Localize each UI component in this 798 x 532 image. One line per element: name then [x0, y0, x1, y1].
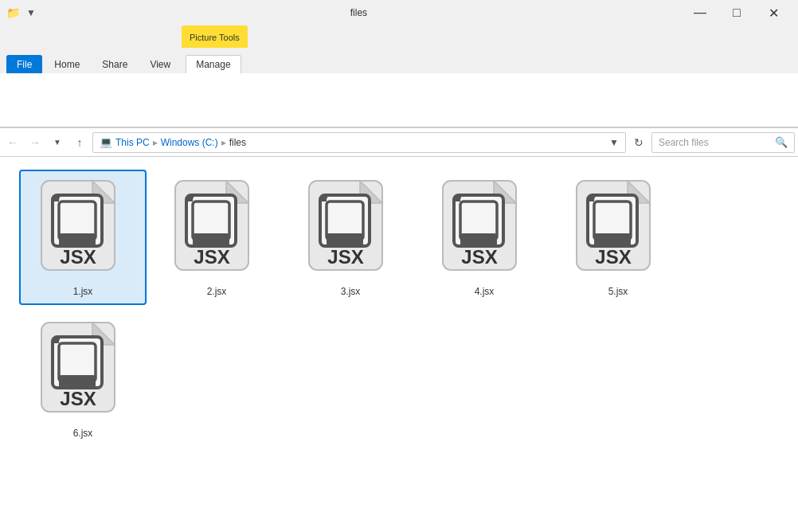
jsx-icon: JSX	[35, 319, 131, 423]
file-label: 5.jsx	[608, 286, 628, 297]
nav-bar: ← → ▼ ↑ 💻 This PC ▸ Windows (C:) ▸ files…	[0, 128, 798, 157]
forward-button[interactable]: →	[25, 133, 45, 152]
quick-access-save: ▼	[26, 7, 36, 18]
svg-rect-13	[327, 233, 363, 246]
search-icon: 🔍	[775, 136, 788, 148]
tab-manage[interactable]: Manage	[186, 55, 241, 73]
recent-locations-button[interactable]: ▼	[48, 133, 67, 152]
ribbon: File Home Share View Manage	[0, 49, 798, 128]
svg-text:JSX: JSX	[60, 246, 96, 268]
address-bar[interactable]: 💻 This PC ▸ Windows (C:) ▸ files ▼	[92, 132, 626, 153]
file-item[interactable]: JSX 4.jsx	[421, 170, 548, 305]
explorer-content: JSX 1.jsx JSX 2.jsx JSX 3.jsx	[0, 157, 798, 532]
file-item[interactable]: JSX 1.jsx	[19, 170, 147, 305]
files-area: JSX 1.jsx JSX 2.jsx JSX 3.jsx	[0, 157, 798, 532]
ribbon-tabs: File Home Share View Manage	[0, 49, 798, 73]
jsx-icon: JSX	[570, 178, 666, 281]
minimize-button[interactable]: —	[682, 0, 718, 25]
svg-text:JSX: JSX	[461, 246, 497, 268]
jsx-icon: JSX	[436, 178, 532, 281]
tab-file[interactable]: File	[6, 55, 42, 73]
address-windows-c[interactable]: Windows (C:)	[161, 137, 218, 148]
svg-text:JSX: JSX	[60, 388, 96, 409]
window-controls: — □ ✕	[682, 0, 792, 25]
refresh-button[interactable]: ↻	[629, 133, 648, 152]
svg-rect-3	[59, 233, 96, 246]
file-label: 3.jsx	[341, 286, 361, 297]
svg-text:JSX: JSX	[327, 246, 363, 268]
file-label: 2.jsx	[207, 286, 227, 297]
svg-text:JSX: JSX	[194, 246, 229, 268]
file-label: 6.jsx	[73, 428, 93, 439]
address-sep-2: ▸	[221, 137, 226, 148]
jsx-icon: JSX	[35, 178, 131, 281]
address-sep-1: ▸	[153, 137, 158, 148]
file-item[interactable]: JSX 2.jsx	[153, 170, 280, 305]
file-label: 4.jsx	[475, 286, 495, 297]
title-bar: 📁 ▼ files — □ ✕	[0, 0, 798, 25]
svg-rect-28	[59, 375, 96, 388]
address-computer-icon: 💻	[100, 136, 112, 148]
quick-access-icon: 📁	[6, 6, 20, 19]
jsx-icon: JSX	[303, 178, 398, 281]
tab-share[interactable]: Share	[92, 55, 138, 73]
tab-view[interactable]: View	[139, 55, 181, 73]
svg-text:JSX: JSX	[595, 246, 631, 268]
address-this-pc[interactable]: This PC	[115, 137, 150, 148]
address-files: files	[229, 137, 246, 148]
file-label: 1.jsx	[73, 286, 93, 297]
file-item[interactable]: JSX 5.jsx	[554, 170, 682, 305]
svg-rect-18	[460, 233, 497, 246]
ribbon-body	[0, 73, 798, 127]
back-button[interactable]: ←	[3, 133, 22, 152]
title-bar-icons: 📁 ▼	[6, 6, 36, 19]
svg-rect-8	[193, 233, 229, 246]
close-button[interactable]: ✕	[755, 0, 792, 25]
up-button[interactable]: ↑	[70, 133, 89, 152]
file-item[interactable]: JSX 6.jsx	[19, 311, 147, 447]
picture-tools-label: Picture Tools	[182, 25, 248, 48]
file-item[interactable]: JSX 3.jsx	[287, 170, 414, 305]
window-title: files	[39, 7, 679, 18]
jsx-icon: JSX	[169, 178, 264, 281]
search-bar[interactable]: Search files 🔍	[651, 132, 795, 153]
svg-rect-23	[594, 233, 631, 246]
address-dropdown-arrow[interactable]: ▼	[609, 137, 619, 148]
maximize-button[interactable]: □	[718, 0, 755, 25]
ribbon-upper: Picture Tools	[0, 25, 798, 49]
search-placeholder: Search files	[659, 137, 775, 148]
tab-home[interactable]: Home	[44, 55, 90, 73]
